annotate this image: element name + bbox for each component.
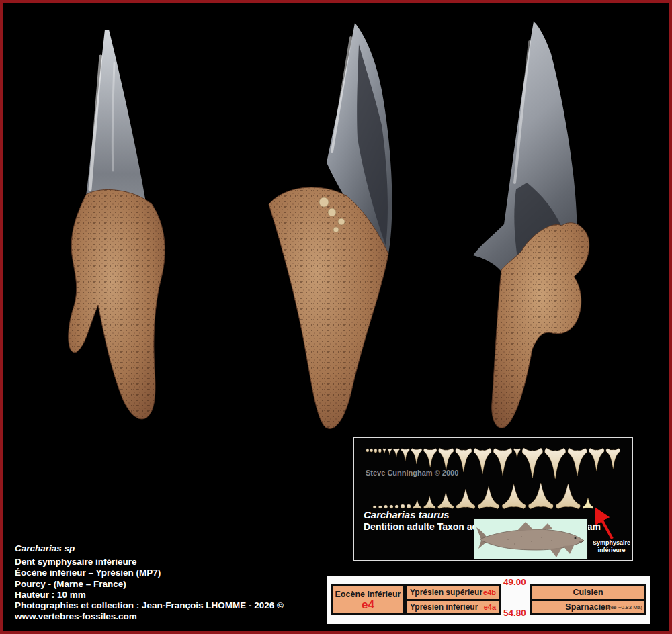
fossil-plate-page: Steve Cunningham © 2000 Carcharias tauru… — [0, 0, 672, 634]
dentition-tooth — [384, 505, 388, 508]
stratigraphic-table: Eocène inférieur e4 Yprésien supérieur e… — [327, 576, 650, 624]
shark-first-dorsal-fin — [517, 522, 534, 531]
dentition-tooth — [493, 448, 512, 476]
dentition-tooth — [514, 449, 521, 458]
shark-pelvic-fin — [550, 548, 562, 557]
lower-jaw-teeth-row — [373, 483, 593, 509]
dentition-tooth — [522, 448, 542, 478]
epoch-name: Eocène inférieur — [335, 590, 401, 599]
stage-name: Yprésien inférieur — [410, 602, 478, 612]
shark-second-dorsal-fin — [542, 523, 553, 529]
tooth-photo-labial-view — [60, 23, 184, 424]
dentition-tooth — [413, 500, 421, 508]
dentition-tooth — [407, 504, 411, 508]
photo-credit: Steve Cunningham © 2000 — [366, 469, 458, 477]
shark-photo — [474, 518, 588, 560]
dentition-tooth — [474, 448, 491, 474]
age-boundary-bottom: 54.80 — [503, 608, 526, 618]
symphyseal-arrow-label: Symphysaire inférieure — [590, 539, 633, 554]
dentition-tooth — [424, 496, 436, 508]
stage-name: Yprésien supérieur — [410, 588, 482, 597]
dentition-tooth — [528, 483, 553, 509]
dentition-tooth — [411, 449, 422, 464]
dentition-tooth — [589, 448, 604, 471]
caption-stratigraphy: Éocène inférieur – Yprésien (MP7) — [15, 568, 331, 578]
epoch-cell: Eocène inférieur e4 — [331, 584, 405, 615]
regional-row-sparnacien: Sparnacien (durée ~0.83 Ma) — [532, 599, 644, 614]
shark-eye — [575, 537, 577, 539]
stage-row-upper: Yprésien supérieur e4b — [407, 586, 499, 599]
age-boundary-top: 49.00 — [503, 577, 526, 587]
dentition-tooth — [373, 506, 376, 508]
regional-row-cuisien: Cuisien — [532, 586, 644, 599]
dentition-tooth — [374, 449, 377, 453]
tooth-photo-profile-view — [257, 17, 402, 435]
species-name: Carcharias sp — [15, 543, 331, 554]
stage-cell: Yprésien supérieur e4b Yprésien inférieu… — [405, 584, 501, 615]
regional-duration-note: (durée ~0.83 Ma) — [601, 604, 642, 610]
epoch-code: e4 — [362, 599, 374, 610]
regional-name: Cuisien — [573, 588, 603, 597]
dentition-tooth — [456, 489, 475, 509]
stage-code: e4b — [483, 588, 496, 596]
inset-caption-line: Dentition adulte — [364, 521, 435, 532]
dentition-tooth — [378, 506, 382, 508]
dentition-tooth — [502, 484, 526, 509]
dentition-tooth — [424, 448, 437, 467]
stage-row-lower: Yprésien inférieur e4a — [407, 599, 499, 614]
sand-tiger-shark-illustration — [474, 519, 587, 559]
dentition-tooth — [439, 448, 454, 470]
dentition-tooth — [401, 504, 405, 508]
dentition-tooth — [438, 492, 454, 508]
dentition-tooth — [390, 505, 393, 508]
tooth-photo-lingual-view — [462, 15, 605, 434]
dentition-tooth — [378, 449, 381, 453]
dentition-tooth — [366, 449, 369, 452]
caption-copyright: Photographies et collection : Jean-Franç… — [15, 600, 331, 611]
caption-locality: Pourcy - (Marne – France) — [15, 579, 331, 590]
dentition-tooth — [606, 448, 620, 469]
dentition-tooth — [545, 448, 566, 479]
dentition-tooth — [568, 448, 587, 476]
root-pores-texture — [69, 189, 165, 418]
dentition-tooth — [393, 449, 399, 457]
dentition-tooth — [556, 484, 580, 509]
dentition-tooth — [383, 449, 386, 453]
caption-size: Hauteur : 10 mm — [15, 590, 331, 600]
shark-pectoral-fin — [563, 545, 574, 554]
dentition-tooth — [388, 449, 392, 455]
dentition-tooth — [478, 486, 499, 509]
dentition-tooth — [401, 449, 409, 461]
symphyseal-tooth — [583, 498, 593, 508]
dentition-inset-box: Steve Cunningham © 2000 Carcharias tauru… — [353, 437, 633, 561]
website-url: www.vertebres-fossiles.com — [15, 611, 331, 622]
regional-stage-cell: Cuisien Sparnacien (durée ~0.83 Ma) — [530, 584, 646, 615]
caption-tooth-position: Dent symphysaire inférieure — [15, 557, 331, 568]
dentition-tooth — [395, 505, 398, 508]
stage-code: e4a — [484, 603, 496, 611]
specimen-caption: Carcharias sp Dent symphysaire inférieur… — [15, 543, 331, 622]
dentition-tooth — [370, 449, 373, 452]
root-pores-texture — [269, 187, 388, 428]
